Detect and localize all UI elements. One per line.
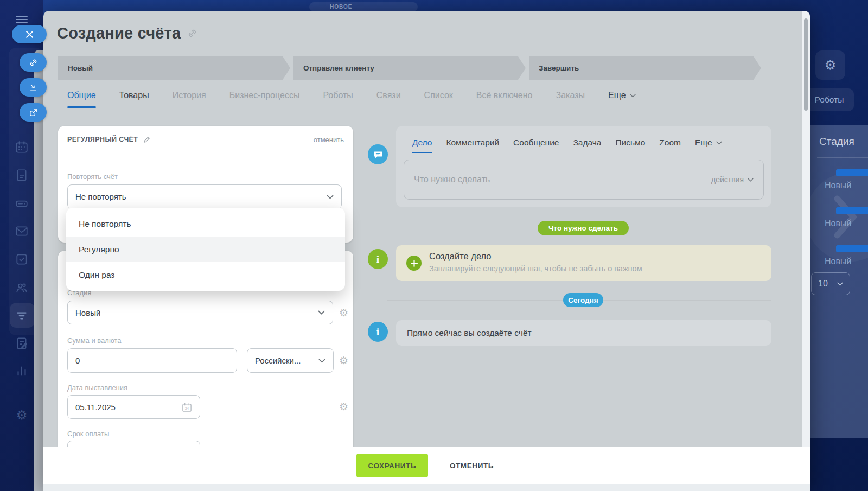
actions-label: действия <box>711 175 744 184</box>
timeline-composer-card: Дело Комментарий Сообщение Задача Письмо… <box>396 126 771 207</box>
stage-row-label: Новый <box>825 257 851 266</box>
repeat-select[interactable]: Не повторять <box>67 184 342 209</box>
background-new-badge: НОВОЕ <box>309 2 418 11</box>
tl-tab-activity[interactable]: Дело <box>412 138 432 153</box>
collapse-icon <box>29 83 38 92</box>
currency-select[interactable]: Российски... <box>247 348 334 373</box>
cancel-button[interactable]: ОТМЕНИТЬ <box>446 461 497 470</box>
stage-select[interactable]: Новый <box>67 301 333 324</box>
modal-tabs: Общие Товары История Бизнес-процессы Роб… <box>67 91 636 108</box>
tab-robots[interactable]: Роботы <box>323 91 353 108</box>
tl-tab-more-label: Еще <box>695 138 712 148</box>
dropdown-option-regular[interactable]: Регулярно <box>66 237 345 262</box>
stage-progress-bar <box>836 207 868 214</box>
close-icon <box>25 30 34 39</box>
link-icon <box>29 58 38 67</box>
background-settings-button[interactable]: ⚙ <box>815 50 845 80</box>
tl-tab-more[interactable]: Еще <box>695 138 722 153</box>
edit-pencil-icon[interactable] <box>143 136 151 143</box>
amount-settings-gear-icon[interactable]: ⚙ <box>339 355 348 366</box>
tab-products[interactable]: Товары <box>119 91 149 108</box>
tl-tab-comment[interactable]: Комментарий <box>446 138 499 153</box>
date-input-value: 05.11.2025 <box>75 403 116 412</box>
save-button[interactable]: СОХРАНИТЬ <box>356 454 428 477</box>
repeat-select-dropdown: Не повторять Регулярно Один раз <box>66 208 345 291</box>
page-size-select[interactable]: 10 <box>811 272 850 295</box>
sidebar-item-documents[interactable] <box>15 168 29 182</box>
timeline-info-text: Прямо сейчас вы создаёте счёт <box>407 328 532 338</box>
sidebar-item-mail[interactable] <box>15 224 29 238</box>
create-activity-subtitle: Запланируйте следующий шаг, чтобы не заб… <box>429 264 642 273</box>
timeline-chat-icon <box>366 143 390 166</box>
repeat-field-label: Повторять счёт <box>67 173 118 181</box>
due-field-label: Срок оплаты <box>67 430 109 438</box>
calendar-icon[interactable]: 24 <box>182 402 192 412</box>
tl-tab-task[interactable]: Задача <box>573 138 601 153</box>
tab-general[interactable]: Общие <box>67 91 96 108</box>
page-title-row: Создание счёта <box>57 24 197 42</box>
close-slider-button[interactable] <box>12 25 47 43</box>
dropdown-option-no-repeat[interactable]: Не повторять <box>66 211 345 237</box>
amount-input[interactable] <box>67 348 237 373</box>
modal-scrollbar[interactable] <box>802 11 810 484</box>
tl-tab-message[interactable]: Сообщение <box>513 138 559 153</box>
due-input[interactable] <box>67 441 200 447</box>
chat-bubble-icon <box>373 150 383 160</box>
amount-field-label: Сумма и валюта <box>67 336 121 345</box>
sidebar-item-settings[interactable]: ⚙ <box>15 408 29 422</box>
tl-tab-zoom[interactable]: Zoom <box>659 138 681 153</box>
section-cancel-link[interactable]: отменить <box>314 136 344 144</box>
menu-icon[interactable] <box>16 14 28 25</box>
sidebar-item-contracts[interactable] <box>15 336 29 350</box>
create-activity-title: Создайте дело <box>429 251 492 262</box>
link-icon[interactable] <box>187 28 197 39</box>
currency-select-value: Российски... <box>255 356 301 365</box>
tab-business-processes[interactable]: Бизнес-процессы <box>229 91 300 108</box>
copy-link-button[interactable] <box>20 53 47 72</box>
add-activity-plus-icon[interactable] <box>406 256 422 271</box>
new-badge-label: НОВОЕ <box>330 4 352 10</box>
tab-more-label: Еще <box>608 91 626 100</box>
page-title: Создание счёта <box>57 24 181 42</box>
dropdown-option-once[interactable]: Один раз <box>66 262 345 288</box>
stage-progress-bar <box>836 245 868 252</box>
repeat-select-value: Не повторять <box>75 192 126 201</box>
stage-row-label: Новый <box>825 181 851 190</box>
tab-links[interactable]: Связи <box>376 91 401 108</box>
robots-button-label: Роботы <box>815 95 844 105</box>
tab-history[interactable]: История <box>173 91 206 108</box>
stage-progress-bar <box>836 169 868 176</box>
tab-list[interactable]: Список <box>424 91 453 108</box>
sidebar-item-calendar[interactable] <box>15 140 29 154</box>
stage-panel-title: Стадия <box>819 136 854 148</box>
tl-tab-email[interactable]: Письмо <box>615 138 645 153</box>
invoice-create-modal: Создание счёта Новый Отправлен клиенту З… <box>43 11 810 491</box>
collapse-slider-button[interactable] <box>20 78 47 97</box>
stage-bar: Новый Отправлен клиенту Завершить <box>58 56 761 80</box>
chevron-down-icon <box>318 310 325 315</box>
stage-settings-gear-icon[interactable]: ⚙ <box>339 308 348 318</box>
scrollbar-thumb[interactable] <box>804 18 808 111</box>
date-settings-gear-icon[interactable]: ⚙ <box>339 401 348 412</box>
sidebar-item-drive[interactable] <box>15 196 29 211</box>
create-activity-card[interactable]: Создайте дело Запланируйте следующий шаг… <box>396 245 771 281</box>
sidebar-item-reports[interactable] <box>15 364 29 378</box>
sidebar-item-clients[interactable] <box>15 280 29 295</box>
todo-input[interactable]: Что нужно сделать действия <box>404 160 764 200</box>
chevron-down-icon <box>318 359 326 363</box>
todo-input-placeholder: Что нужно сделать <box>414 175 490 184</box>
stage-chip-new[interactable]: Новый <box>58 56 290 80</box>
sidebar-item-crm[interactable] <box>15 308 29 322</box>
stage-chip-finish[interactable]: Завершить <box>529 56 761 80</box>
stage-row-label: Новый <box>825 219 851 228</box>
actions-dropdown[interactable]: действия <box>711 175 754 184</box>
svg-text:24: 24 <box>185 406 189 410</box>
tab-all-inclusive[interactable]: Всё включено <box>476 91 533 108</box>
tab-more[interactable]: Еще <box>608 91 636 108</box>
tab-orders[interactable]: Заказы <box>556 91 585 108</box>
stage-chip-sent[interactable]: Отправлен клиенту <box>293 56 526 80</box>
open-new-window-button[interactable] <box>20 103 47 122</box>
sidebar-item-tasks[interactable] <box>15 252 29 266</box>
date-input[interactable]: 05.11.2025 24 <box>67 395 200 419</box>
page-size-value: 10 <box>818 279 828 289</box>
